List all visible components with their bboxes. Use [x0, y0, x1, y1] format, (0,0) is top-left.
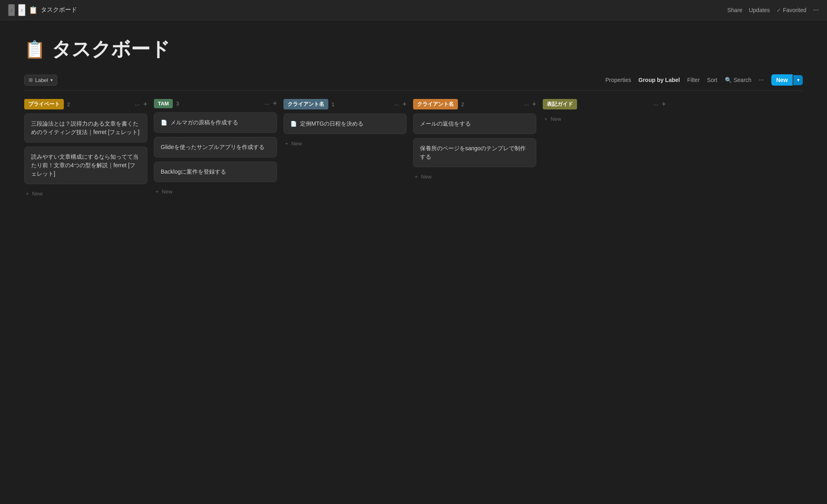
card-text-card-7: メールの返信をする	[420, 120, 471, 127]
page-icon: 📋	[24, 40, 45, 59]
card-text-card-4: Glideを使ったサンプルアプリを作成する	[161, 144, 264, 150]
column-label-3[interactable]: クライアント名	[413, 99, 458, 109]
topbar-left: ‹ › 📋 タスクボード	[8, 4, 727, 16]
column-label-0[interactable]: プライベート	[24, 99, 64, 109]
column-more-button-0[interactable]: ···	[135, 101, 140, 108]
favorited-button[interactable]: ✓ Favorited	[777, 7, 806, 13]
column-add-button-2[interactable]: +	[402, 100, 407, 109]
new-item-label-4: New	[551, 116, 561, 122]
column-label-4[interactable]: 表記ガイド	[543, 99, 577, 109]
card-card-8[interactable]: 保養所のページをsangoのテンプレで制作する	[413, 138, 536, 167]
toolbar-right: Properties Group by Label Filter Sort 🔍 …	[605, 74, 803, 86]
column-label-1[interactable]: TAM	[154, 99, 173, 108]
new-item-plus-4: +	[544, 116, 548, 122]
toolbar-left: ⊞ Label ▾	[24, 75, 605, 86]
column-count-1: 3	[176, 101, 179, 107]
column-count-2: 1	[332, 101, 334, 107]
card-card-1[interactable]: 三段論法とは？説得力のある文章を書くためのライティング技法｜ferret [フェ…	[24, 113, 147, 143]
card-text-card-2: 読みやすい文章構成にするなら知ってて当たり前！文章の4つの型を解説｜ferret…	[31, 153, 139, 177]
forward-button[interactable]: ›	[18, 4, 25, 16]
column-add-button-0[interactable]: +	[143, 100, 147, 109]
new-item-label-0: New	[32, 191, 43, 197]
column-count-3: 2	[461, 101, 464, 107]
share-button[interactable]: Share	[727, 7, 742, 13]
new-item-plus-1: +	[155, 189, 159, 195]
new-item-plus-2: +	[285, 141, 288, 147]
label-filter-icon: ⊞	[29, 77, 33, 83]
page-header: 📋 タスクボード	[24, 36, 803, 62]
new-item-label-2: New	[292, 141, 302, 147]
properties-button[interactable]: Properties	[605, 77, 631, 83]
new-item-row-0[interactable]: +New	[24, 188, 147, 199]
back-button[interactable]: ‹	[8, 4, 15, 16]
column-more-button-1[interactable]: ···	[264, 100, 270, 107]
card-text-card-3: 📄メルマガの原稿を作成する	[161, 119, 238, 126]
column-header-3: クライアント名2···+	[413, 99, 536, 109]
column-more-button-4[interactable]: ···	[653, 101, 659, 108]
filter-button[interactable]: Filter	[687, 77, 700, 83]
new-dropdown-button[interactable]: ▾	[793, 75, 803, 85]
column-add-button-4[interactable]: +	[661, 100, 666, 109]
updates-button[interactable]: Updates	[749, 7, 770, 13]
new-item-row-2[interactable]: +New	[283, 138, 407, 149]
toolbar: ⊞ Label ▾ Properties Group by Label Filt…	[24, 74, 803, 91]
new-item-row-3[interactable]: +New	[413, 171, 536, 182]
page-content: 📋 タスクボード ⊞ Label ▾ Properties Group by L…	[0, 20, 827, 504]
card-text-card-1: 三段論法とは？説得力のある文章を書くためのライティング技法｜ferret [フェ…	[31, 120, 139, 135]
column-header-4: 表記ガイド···+	[543, 99, 666, 109]
label-filter-text: Label	[35, 77, 48, 83]
topbar: ‹ › 📋 タスクボード Share Updates ✓ Favorited ·…	[0, 0, 827, 20]
column-count-0: 2	[67, 101, 70, 107]
page-title: タスクボード	[52, 36, 170, 62]
card-card-4[interactable]: Glideを使ったサンプルアプリを作成する	[154, 137, 277, 158]
column-col-private: プライベート2···+三段論法とは？説得力のある文章を書くためのライティング技法…	[24, 99, 147, 199]
new-item-row-1[interactable]: +New	[154, 186, 277, 197]
new-item-plus-3: +	[415, 174, 418, 180]
card-text-card-6: 📄定例MTGの日程を決める	[290, 120, 363, 127]
search-button[interactable]: 🔍 Search	[725, 77, 751, 83]
column-header-0: プライベート2···+	[24, 99, 147, 109]
column-add-button-3[interactable]: +	[532, 100, 536, 109]
topbar-right: Share Updates ✓ Favorited ···	[727, 6, 819, 14]
group-by-button[interactable]: Group by Label	[638, 77, 680, 83]
new-item-plus-0: +	[26, 191, 29, 197]
new-item-label-1: New	[162, 189, 172, 195]
column-header-2: クライアント名1···+	[283, 99, 407, 109]
toolbar-more-button[interactable]: ···	[759, 76, 764, 84]
column-add-button-1[interactable]: +	[273, 99, 277, 108]
check-icon: ✓	[777, 7, 781, 13]
column-label-2[interactable]: クライアント名	[283, 99, 328, 109]
card-doc-icon-card-6: 📄	[290, 120, 297, 128]
column-more-button-2[interactable]: ···	[394, 101, 399, 108]
topbar-more-button[interactable]: ···	[813, 6, 819, 14]
card-card-3[interactable]: 📄メルマガの原稿を作成する	[154, 112, 277, 133]
search-icon: 🔍	[725, 77, 732, 83]
column-col-client-2: クライアント名2···+メールの返信をする保養所のページをsangoのテンプレで…	[413, 99, 536, 199]
search-label: Search	[734, 77, 751, 83]
label-filter-button[interactable]: ⊞ Label ▾	[24, 75, 57, 86]
column-col-client-1: クライアント名1···+📄定例MTGの日程を決める+New	[283, 99, 407, 199]
card-card-6[interactable]: 📄定例MTGの日程を決める	[283, 113, 407, 134]
card-card-2[interactable]: 読みやすい文章構成にするなら知ってて当たり前！文章の4つの型を解説｜ferret…	[24, 147, 147, 184]
card-doc-icon-card-3: 📄	[161, 119, 167, 127]
sort-button[interactable]: Sort	[707, 77, 718, 83]
column-col-tam: TAM3···+📄メルマガの原稿を作成するGlideを使ったサンプルアプリを作成…	[154, 99, 277, 199]
card-text-card-5: Backlogに案件を登録する	[161, 168, 226, 175]
topbar-page-title: タスクボード	[41, 6, 77, 14]
card-text-card-8: 保養所のページをsangoのテンプレで制作する	[420, 145, 526, 160]
topbar-page-icon: 📋	[29, 6, 38, 15]
card-card-5[interactable]: Backlogに案件を登録する	[154, 162, 277, 182]
label-filter-chevron: ▾	[50, 78, 53, 83]
favorited-label: Favorited	[783, 7, 806, 13]
new-button-group: New ▾	[771, 74, 803, 86]
column-col-last: 表記ガイド···++New	[543, 99, 666, 199]
new-item-label-3: New	[421, 174, 432, 180]
card-card-7[interactable]: メールの返信をする	[413, 113, 536, 134]
new-main-button[interactable]: New	[771, 74, 793, 86]
board: プライベート2···+三段論法とは？説得力のある文章を書くためのライティング技法…	[24, 99, 803, 207]
column-header-1: TAM3···+	[154, 99, 277, 108]
new-item-row-4[interactable]: +New	[543, 113, 666, 124]
column-more-button-3[interactable]: ···	[524, 101, 529, 108]
